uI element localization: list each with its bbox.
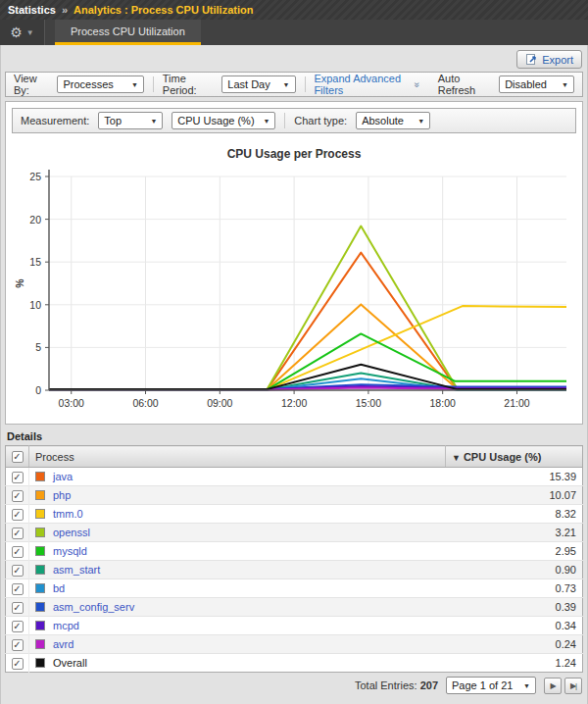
row-checkbox[interactable]: ✓: [12, 565, 24, 577]
series-color-swatch: [35, 490, 45, 500]
last-page-icon: ▶|: [570, 681, 576, 690]
svg-text:12:00: 12:00: [281, 397, 307, 409]
table-row: ✓ java 15.39: [6, 468, 583, 486]
details-header-row: ✓ Process ▼CPU Usage (%): [6, 446, 583, 468]
svg-text:09:00: 09:00: [207, 397, 232, 409]
breadcrumb: Statistics » Analytics : Process CPU Uti…: [0, 0, 588, 20]
row-checkbox[interactable]: ✓: [12, 602, 24, 614]
series-color-swatch: [35, 602, 45, 612]
page-select[interactable]: Page 1 of 21▼: [446, 677, 536, 694]
expand-advanced-filters-link[interactable]: Expand Advanced Filters »: [314, 73, 419, 96]
toolbar-divider: [305, 76, 306, 92]
breadcrumb-separator: »: [62, 4, 68, 16]
series-color-swatch: [35, 621, 45, 630]
table-row: ✓ asm_config_serv 0.39: [6, 598, 583, 617]
process-link[interactable]: Overall: [53, 657, 87, 669]
series-color-swatch: [35, 528, 45, 537]
svg-text:03:00: 03:00: [59, 397, 84, 409]
auto-refresh-select[interactable]: Disabled▼: [499, 75, 574, 93]
total-entries: Total Entries: 207: [355, 679, 438, 691]
process-link[interactable]: asm_start: [53, 564, 100, 576]
gear-menu-button[interactable]: ⚙ ▼: [0, 20, 45, 45]
measurement-metric-select[interactable]: CPU Usage (%)▼: [172, 112, 275, 129]
series-color-swatch: [35, 546, 45, 556]
row-checkbox[interactable]: ✓: [12, 472, 24, 483]
next-page-icon: ▶: [550, 681, 555, 690]
chevron-down-icon: ▼: [26, 28, 34, 37]
tab-label: Process CPU Utilization: [71, 25, 185, 37]
toolbar-divider: [284, 113, 285, 128]
svg-text:21:00: 21:00: [504, 397, 529, 409]
time-period-select[interactable]: Last Day▼: [221, 75, 295, 93]
select-caret-icon: ▼: [417, 118, 424, 125]
view-by-select[interactable]: Processes▼: [57, 75, 144, 93]
process-column-header[interactable]: Process: [29, 446, 446, 468]
select-caret-icon: ▼: [283, 81, 290, 88]
toolbar-divider: [153, 76, 154, 92]
process-link[interactable]: mcpd: [53, 620, 79, 631]
auto-refresh-label: Auto Refresh: [438, 73, 490, 96]
measurement-toolbar: Measurement: Top▼ CPU Usage (%)▼ Chart t…: [12, 108, 576, 133]
row-checkbox[interactable]: ✓: [12, 658, 24, 670]
series-color-swatch: [35, 472, 45, 481]
series-color-swatch: [35, 658, 45, 668]
page-title: Analytics : Process CPU Utilization: [74, 4, 253, 16]
process-link[interactable]: bd: [53, 582, 65, 594]
svg-text:20: 20: [29, 214, 41, 226]
row-checkbox[interactable]: ✓: [12, 639, 24, 651]
select-caret-icon: ▼: [562, 81, 568, 88]
tab-process-cpu-utilization[interactable]: Process CPU Utilization: [55, 20, 201, 45]
details-table: ✓ Process ▼CPU Usage (%) ✓ java 15.39 ✓ …: [5, 445, 583, 673]
select-caret-icon: ▼: [150, 118, 157, 125]
select-all-checkbox[interactable]: ✓: [12, 451, 24, 463]
series-color-swatch: [35, 583, 45, 593]
cpu-usage-value: 1.24: [446, 654, 583, 673]
chart-type-label: Chart type:: [294, 115, 347, 126]
next-page-button[interactable]: ▶: [544, 678, 562, 694]
main-content: Export View By: Processes▼ Time Period: …: [0, 45, 588, 704]
details-section-label: Details: [7, 430, 581, 442]
row-checkbox[interactable]: ✓: [12, 528, 24, 539]
table-row: ✓ tmm.0 8.32: [6, 505, 583, 524]
cpu-usage-value: 15.39: [446, 468, 583, 486]
row-checkbox[interactable]: ✓: [12, 621, 24, 632]
last-page-button[interactable]: ▶|: [564, 678, 582, 694]
cpu-usage-value: 0.39: [446, 598, 583, 617]
details-table-body: ✓ java 15.39 ✓ php 10.07 ✓ tmm.0 8.32 ✓ …: [6, 468, 583, 673]
cpu-usage-value: 0.24: [446, 635, 583, 654]
process-link[interactable]: java: [53, 471, 73, 482]
process-link[interactable]: openssl: [53, 527, 90, 538]
series-color-swatch: [35, 565, 45, 575]
chart-panel: Measurement: Top▼ CPU Usage (%)▼ Chart t…: [5, 101, 583, 425]
measurement-label: Measurement:: [21, 115, 89, 126]
chart-type-select[interactable]: Absolute▼: [356, 112, 430, 129]
svg-text:15: 15: [29, 256, 41, 268]
row-checkbox[interactable]: ✓: [12, 546, 24, 558]
cpu-usage-value: 0.34: [446, 617, 583, 635]
svg-text:10: 10: [29, 299, 41, 311]
export-button[interactable]: Export: [516, 50, 582, 69]
time-period-label: Time Period:: [163, 73, 214, 96]
series-color-swatch: [35, 639, 45, 649]
process-link[interactable]: asm_config_serv: [53, 601, 134, 613]
cpu-usage-value: 2.95: [446, 542, 583, 561]
row-checkbox[interactable]: ✓: [12, 490, 24, 502]
export-row: Export: [5, 48, 583, 72]
filter-toolbar: View By: Processes▼ Time Period: Last Da…: [5, 72, 583, 97]
svg-text:0: 0: [35, 384, 41, 396]
table-row: ✓ mcpd 0.34: [6, 617, 583, 635]
measurement-top-select[interactable]: Top▼: [98, 112, 163, 129]
process-link[interactable]: avrd: [53, 638, 74, 650]
table-row: ✓ openssl 3.21: [6, 524, 583, 542]
process-link[interactable]: tmm.0: [53, 508, 83, 520]
row-checkbox[interactable]: ✓: [12, 583, 24, 595]
select-caret-icon: ▼: [263, 118, 270, 125]
gear-icon: ⚙: [10, 25, 23, 39]
cpu-usage-column-header[interactable]: ▼CPU Usage (%): [446, 446, 583, 468]
export-label: Export: [542, 54, 573, 66]
process-link[interactable]: mysqld: [53, 545, 87, 557]
table-row: ✓ avrd 0.24: [6, 635, 583, 654]
process-link[interactable]: php: [53, 489, 71, 501]
row-checkbox[interactable]: ✓: [12, 509, 24, 521]
select-caret-icon: ▼: [131, 81, 138, 88]
